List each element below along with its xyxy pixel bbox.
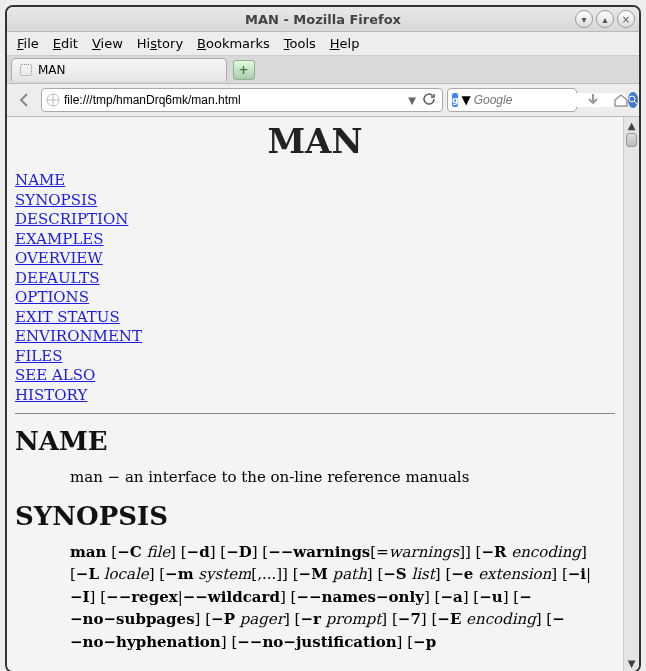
menu-file[interactable]: File — [17, 36, 39, 51]
menu-bookmarks[interactable]: Bookmarks — [197, 36, 270, 51]
toc-link-options[interactable]: OPTIONS — [15, 288, 615, 308]
close-button[interactable]: × — [617, 10, 635, 28]
reload-icon — [422, 92, 436, 106]
menu-edit[interactable]: Edit — [53, 36, 78, 51]
back-icon — [17, 92, 33, 108]
table-of-contents: NAME SYNOPSIS DESCRIPTION EXAMPLES OVERV… — [15, 171, 615, 405]
menu-history[interactable]: History — [137, 36, 183, 51]
toc-link-description[interactable]: DESCRIPTION — [15, 210, 615, 230]
url-input[interactable] — [64, 93, 404, 107]
window-title: MAN - Mozilla Firefox — [245, 12, 401, 27]
home-icon — [613, 92, 629, 108]
document-body: MAN NAME SYNOPSIS DESCRIPTION EXAMPLES O… — [7, 117, 623, 671]
browser-window: MAN - Mozilla Firefox ▾ ▴ × File Edit Vi… — [5, 5, 641, 671]
section-name-heading: NAME — [15, 426, 615, 456]
toc-link-name[interactable]: NAME — [15, 171, 615, 191]
window-controls: ▾ ▴ × — [575, 10, 635, 28]
name-text: man − an interface to the on-line refere… — [70, 466, 615, 489]
scroll-up-icon[interactable]: ▲ — [624, 117, 639, 133]
vertical-scrollbar[interactable]: ▲ ▼ — [623, 117, 639, 671]
page-icon — [20, 64, 32, 76]
tab-strip: MAN + — [7, 56, 639, 84]
scroll-thumb[interactable] — [626, 133, 637, 147]
home-button[interactable] — [609, 88, 633, 112]
scroll-down-icon[interactable]: ▼ — [624, 655, 639, 671]
toc-link-synopsis[interactable]: SYNOPSIS — [15, 191, 615, 211]
toc-link-seealso[interactable]: SEE ALSO — [15, 366, 615, 386]
section-synopsis-heading: SYNOPSIS — [15, 501, 615, 531]
tab-label: MAN — [38, 63, 66, 77]
page-title: MAN — [15, 121, 615, 161]
svg-line-2 — [634, 101, 637, 104]
titlebar: MAN - Mozilla Firefox ▾ ▴ × — [7, 7, 639, 32]
toc-link-exit[interactable]: EXIT STATUS — [15, 308, 615, 328]
menu-help[interactable]: Help — [330, 36, 360, 51]
toc-link-env[interactable]: ENVIRONMENT — [15, 327, 615, 347]
maximize-button[interactable]: ▴ — [596, 10, 614, 28]
tab-man[interactable]: MAN — [11, 58, 227, 81]
toc-link-defaults[interactable]: DEFAULTS — [15, 269, 615, 289]
search-engine-dropdown-icon[interactable]: ▼ — [461, 93, 470, 107]
menu-view[interactable]: View — [92, 36, 123, 51]
toc-link-examples[interactable]: EXAMPLES — [15, 230, 615, 250]
url-bar[interactable]: ▼ — [41, 88, 443, 112]
minimize-button[interactable]: ▾ — [575, 10, 593, 28]
divider — [15, 413, 615, 414]
reload-button[interactable] — [420, 92, 438, 109]
new-tab-button[interactable]: + — [233, 60, 255, 80]
google-icon: g — [452, 93, 458, 107]
toc-link-overview[interactable]: OVERVIEW — [15, 249, 615, 269]
synopsis-text: man [−C file] [−d] [−D] [−−warnings[=war… — [70, 541, 615, 654]
back-button[interactable] — [13, 88, 37, 112]
url-dropdown-icon[interactable]: ▼ — [408, 95, 416, 106]
toc-link-history[interactable]: HISTORY — [15, 386, 615, 406]
menu-tools[interactable]: Tools — [284, 36, 316, 51]
toc-link-files[interactable]: FILES — [15, 347, 615, 367]
download-icon — [585, 92, 601, 108]
search-box[interactable]: g ▼ — [447, 88, 577, 112]
downloads-button[interactable] — [581, 88, 605, 112]
globe-icon — [46, 93, 60, 107]
content-area: MAN NAME SYNOPSIS DESCRIPTION EXAMPLES O… — [7, 117, 639, 671]
menubar: File Edit View History Bookmarks Tools H… — [7, 32, 639, 56]
nav-toolbar: ▼ g ▼ — [7, 84, 639, 117]
